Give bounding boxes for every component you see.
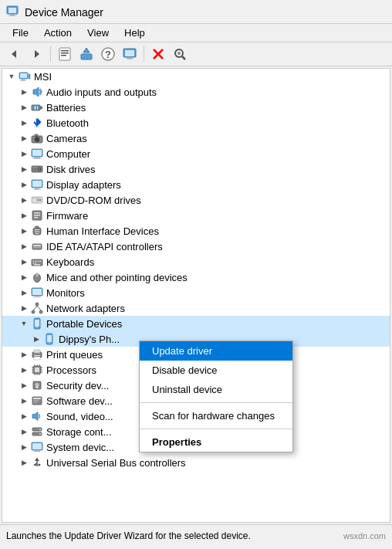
expand-ide[interactable]: ▶ [18,240,30,252]
svg-rect-100 [35,368,39,372]
title-bar: Device Manager [0,0,392,24]
tree-root-msi[interactable]: ▼ MSI [2,69,390,84]
expand-hid[interactable]: ▶ [18,225,30,237]
tree-firmware[interactable]: ▶ Firmware [2,208,390,223]
context-scan-hardware[interactable]: Scan for hardware changes [140,406,292,425]
expand-dvd[interactable]: ▶ [18,194,30,206]
portable-icon [30,317,44,330]
tree-disk[interactable]: ▶ Disk drives [2,161,390,177]
expand-cameras[interactable]: ▶ [18,132,30,144]
svg-point-94 [49,342,50,344]
forward-button[interactable] [26,45,46,63]
context-disable-device[interactable]: Disable device [140,361,292,380]
expand-software[interactable]: ▶ [18,395,30,407]
tree-cameras[interactable]: ▶ Cameras [2,130,390,146]
expand-display[interactable]: ▶ [18,178,30,191]
svg-rect-30 [32,107,39,110]
svg-marker-130 [35,458,39,461]
expand-batteries[interactable]: ▶ [18,101,30,114]
expand-computer[interactable]: ▶ [18,147,30,160]
svg-rect-1 [8,8,16,13]
expand-keyboards[interactable]: ▶ [18,256,30,268]
update-driver-button[interactable] [76,45,96,63]
svg-rect-63 [35,233,39,234]
computer-button[interactable] [120,45,140,63]
audio-icon [30,86,44,98]
menu-help[interactable]: Help [118,25,151,40]
menu-view[interactable]: View [81,25,115,40]
tree-audio[interactable]: ▶ Audio inputs and outputs [2,84,390,100]
firmware-icon [30,209,44,222]
monitors-label: Monitors [46,287,85,299]
tree-portable-devices[interactable]: ▼ Portable Devices [2,316,390,331]
svg-rect-41 [32,158,42,159]
context-separator-2 [140,429,292,429]
tree-keyboards[interactable]: ▶ Keyboards [2,254,390,269]
expand-firmware[interactable]: ▶ [18,209,30,222]
svg-rect-116 [37,384,38,385]
expand-usb[interactable]: ▶ [18,456,30,469]
expand-storage[interactable]: ▶ [18,425,30,438]
tree-panel[interactable]: ▼ MSI ▶ Audio [2,68,390,523]
svg-rect-6 [59,48,70,60]
expand-msi[interactable]: ▼ [5,70,18,83]
context-separator-1 [140,402,292,403]
tree-computer[interactable]: ▶ Computer [2,146,390,161]
expand-audio[interactable]: ▶ [18,86,30,98]
separator-1 [50,46,51,62]
tree-dvd[interactable]: ▶ DVD/CD-ROM drives [2,192,390,208]
expand-system[interactable]: ▶ [18,441,30,453]
context-uninstall-device[interactable]: Uninstall device [140,380,292,399]
msi-icon [18,70,32,83]
uninstall-button[interactable] [148,45,168,63]
back-button[interactable] [5,45,25,63]
svg-rect-39 [32,150,42,156]
dvd-icon [30,194,44,206]
svg-rect-25 [20,80,26,81]
tree-usb[interactable]: ▶ Universal Serial Bus controllers [2,455,390,470]
tree-ide[interactable]: ▶ IDE ATA/ATAPI controllers [2,239,390,254]
svg-marker-27 [33,87,39,97]
svg-rect-61 [35,229,39,230]
expand-network[interactable]: ▶ [18,302,30,314]
svg-rect-46 [32,170,36,171]
tree-display[interactable]: ▶ Display adapters [2,177,390,192]
expand-mice[interactable]: ▶ [18,271,30,283]
svg-point-86 [39,310,42,313]
svg-rect-68 [33,261,35,263]
tree-network[interactable]: ▶ Network adapters [2,300,390,316]
svg-rect-37 [35,134,38,137]
help-button[interactable]: ? [98,45,118,63]
firmware-label: Firmware [46,210,88,222]
computer-icon [30,147,44,160]
menu-file[interactable]: File [6,25,35,40]
expand-processors[interactable]: ▶ [18,364,30,376]
expand-portable[interactable]: ▼ [18,317,30,330]
expand-monitors[interactable]: ▶ [18,286,30,299]
svg-point-85 [32,310,35,313]
svg-rect-115 [36,385,39,388]
tree-hid[interactable]: ▶ Human Interface Devices [2,223,390,239]
tree-mice[interactable]: ▶ Mice and other pointing devices [2,269,390,285]
network-label: Network adapters [46,303,125,314]
context-update-driver[interactable]: Update driver [140,341,292,361]
menu-action[interactable]: Action [38,25,78,40]
disk-icon [30,163,44,175]
tree-batteries[interactable]: ▶ Batteries [2,100,390,115]
expand-print[interactable]: ▶ [18,348,30,361]
tree-bluetooth[interactable]: ▶ Bluetooth [2,115,390,130]
properties-button[interactable] [55,45,75,63]
expand-bluetooth[interactable]: ▶ [18,117,30,129]
svg-rect-57 [34,215,40,216]
title-bar-text: Device Manager [25,6,103,19]
expand-disk[interactable]: ▶ [18,163,30,175]
tree-monitors[interactable]: ▶ Monitors [2,285,390,300]
expand-sound[interactable]: ▶ [18,410,30,422]
context-properties[interactable]: Properties [140,432,292,452]
storage-label: Storage cont... [46,426,112,438]
hid-icon [30,225,44,237]
expand-security[interactable]: ▶ [18,379,30,391]
scan-hardware-button[interactable] [170,45,190,63]
svg-rect-56 [34,212,40,214]
expand-dippsy[interactable]: ▶ [30,333,42,345]
